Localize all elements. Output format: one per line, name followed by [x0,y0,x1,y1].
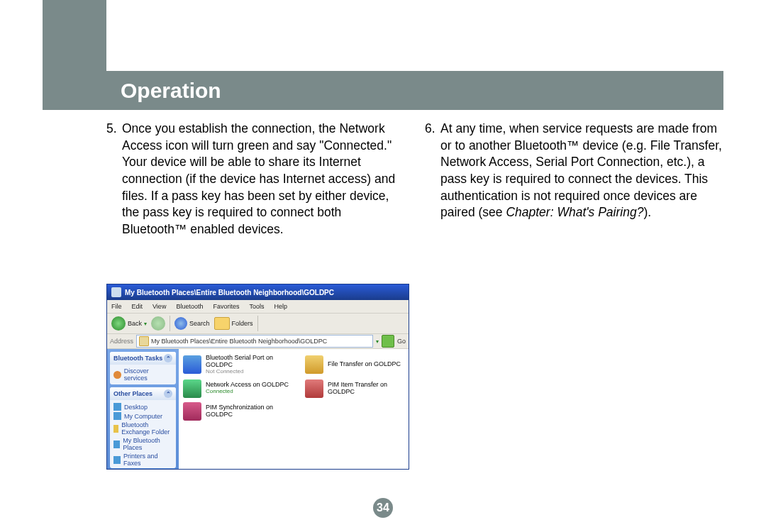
menu-bluetooth[interactable]: Bluetooth [176,303,203,310]
service-pim-item-label: PIM Item Transfer on GOLDPC [328,382,404,396]
address-label: Address [110,338,133,345]
printer-icon [113,456,121,464]
discover-icon [113,371,121,379]
sidebar-link-computer-label: My Computer [124,413,162,420]
folders-icon [214,317,230,330]
sidebar-link-desktop[interactable]: Desktop [113,402,172,411]
folder-icon [113,425,118,433]
step-6-italic: Chapter: What's Pairing? [506,205,643,219]
service-serial-status: Not Connected [206,369,296,375]
explorer-window: My Bluetooth Places\Entire Bluetooth Nei… [106,284,409,470]
back-label: Back [128,320,142,327]
sidebar-link-printers-label: Printers and Faxes [123,453,172,467]
service-serial-port[interactable]: Bluetooth Serial Port on GOLDPC Not Conn… [183,355,296,375]
computer-icon [113,412,121,420]
window-title: My Bluetooth Places\Entire Bluetooth Nei… [125,289,334,297]
address-field[interactable]: My Bluetooth Places\Entire Bluetooth Nei… [136,335,373,348]
sidebar-tasks-header[interactable]: Bluetooth Tasks ⌃ [110,352,176,365]
step-5-text: Once you establish the connection, the N… [122,121,405,238]
search-button[interactable]: Search [174,317,210,330]
back-dropdown-icon[interactable]: ▾ [144,321,147,327]
window-titlebar[interactable]: My Bluetooth Places\Entire Bluetooth Nei… [107,284,409,300]
page-number-container: 34 [43,498,723,518]
sidebar-link-discover-label: Discover services [124,367,172,382]
toolbar-separator-1 [170,316,170,331]
menu-file[interactable]: File [111,303,122,310]
section-header: Operation [43,71,723,110]
service-network-status: Connected [206,389,289,395]
bluetooth-icon [113,440,120,448]
back-button[interactable]: Back ▾ [111,316,147,331]
sidebar-link-btplaces[interactable]: My Bluetooth Places [113,436,172,452]
step-5-number: 5. [106,121,122,238]
menu-favorites[interactable]: Favorites [213,303,239,310]
search-label: Search [189,320,210,327]
service-file-label: File Transfer on GOLDPC [328,361,401,368]
menu-bar: File Edit View Bluetooth Favorites Tools… [107,300,409,314]
search-icon [174,317,187,330]
service-pim-sync[interactable]: PIM Synchronization on GOLDPC [183,402,296,421]
serial-port-icon [183,355,201,374]
sidebar-places-title: Other Places [113,390,152,397]
go-label: Go [397,338,406,345]
sidebar-link-exchange[interactable]: Bluetooth Exchange Folder [113,421,172,436]
sidebar-link-exchange-label: Bluetooth Exchange Folder [121,421,172,436]
step-6-text: At any time, when service requests are m… [440,121,723,221]
folders-button[interactable]: Folders [214,317,253,330]
service-pim-sync-label: PIM Synchronization on GOLDPC [206,404,296,419]
pim-sync-icon [183,402,201,421]
sidebar-places-header[interactable]: Other Places ⌃ [110,387,176,400]
desktop-icon [113,403,121,411]
address-icon [139,336,149,346]
sidebar-panel-places: Other Places ⌃ Desktop My Computer [110,387,176,468]
network-access-icon [183,379,201,398]
menu-view[interactable]: View [152,303,166,310]
sidebar: Bluetooth Tasks ⌃ Discover services Othe… [107,349,179,470]
step-6-part2: ). [643,205,651,219]
address-value: My Bluetooth Places\Entire Bluetooth Nei… [151,338,327,345]
pim-item-icon [305,379,323,398]
forward-button[interactable] [151,316,165,331]
file-transfer-icon [305,355,323,374]
sidebar-link-computer[interactable]: My Computer [113,411,172,421]
menu-edit[interactable]: Edit [132,303,143,310]
sidebar-link-discover[interactable]: Discover services [113,367,172,382]
window-icon [111,287,121,297]
service-file-transfer[interactable]: File Transfer on GOLDPC [305,355,404,375]
menu-tools[interactable]: Tools [249,303,264,310]
step-6-number: 6. [425,121,440,221]
page-number: 34 [373,498,393,518]
service-network-access[interactable]: Network Access on GOLDPC Connected [183,379,296,398]
address-dropdown-icon[interactable]: ▾ [376,338,379,345]
menu-help[interactable]: Help [274,303,287,310]
address-bar: Address My Bluetooth Places\Entire Bluet… [107,334,409,349]
left-column: 5. Once you establish the connection, th… [106,121,405,238]
sidebar-link-desktop-label: Desktop [124,404,148,411]
sidebar-link-btplaces-label: My Bluetooth Places [123,437,172,451]
collapse-icon[interactable]: ⌃ [164,389,172,398]
right-column: 6. At any time, when service requests ar… [425,121,723,238]
section-title: Operation [121,79,221,102]
go-button[interactable] [382,335,394,348]
body-columns: 5. Once you establish the connection, th… [106,121,723,238]
sidebar-link-printers[interactable]: Printers and Faxes [113,452,172,467]
service-pim-item[interactable]: PIM Item Transfer on GOLDPC [305,379,404,398]
collapse-icon[interactable]: ⌃ [164,354,172,362]
sidebar-panel-tasks: Bluetooth Tasks ⌃ Discover services [110,352,176,384]
folders-label: Folders [232,320,253,327]
window-body: Bluetooth Tasks ⌃ Discover services Othe… [107,349,409,470]
services-pane: Bluetooth Serial Port on GOLDPC Not Conn… [179,349,409,470]
back-icon [111,316,126,331]
toolbar-separator-2 [257,316,258,331]
sidebar-tasks-title: Bluetooth Tasks [113,355,162,362]
toolbar: Back ▾ Search Folders [107,314,409,334]
service-serial-label: Bluetooth Serial Port on GOLDPC [206,355,296,369]
